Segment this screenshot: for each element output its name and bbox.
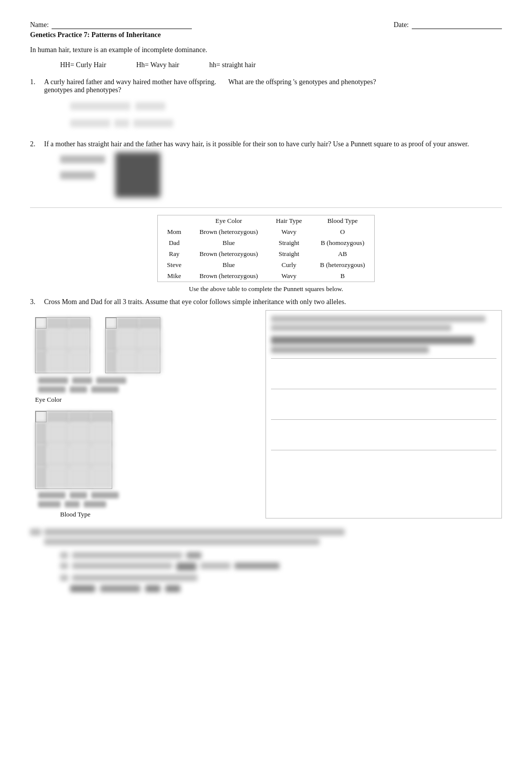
name-underline <box>52 20 192 29</box>
bottom-blurred-section <box>30 529 502 592</box>
row-ray-eye: Brown (heterozygous) <box>190 248 267 259</box>
table-row: Mom Brown (heterozygous) Wavy O <box>158 226 374 237</box>
row-ray-name: Ray <box>158 248 190 259</box>
row-mike-hair: Wavy <box>267 271 311 282</box>
q1-blur-2 <box>135 102 165 110</box>
row-steve-hair: Curly <box>267 259 311 271</box>
q3-content: Eye Color <box>30 310 502 518</box>
q1-blur-5 <box>133 119 173 127</box>
row-dad-name: Dad <box>158 237 190 248</box>
section-divider <box>30 207 502 208</box>
question-3-block: 3. Cross Mom and Dad for all 3 traits. A… <box>30 298 502 518</box>
table-row: Mike Brown (heterozygous) Wavy B <box>158 271 374 282</box>
right-blank-1 <box>271 364 496 384</box>
col-header-blood: Blood Type <box>311 215 374 227</box>
name-label: Name: <box>30 21 49 29</box>
q1-genotypes-label: genotypes and phenotypes? <box>44 86 121 94</box>
table-header-row: Eye Color Hair Type Blood Type <box>158 215 374 227</box>
family-table: Eye Color Hair Type Blood Type Mom Brown… <box>157 215 374 282</box>
name-field: Name: <box>30 20 192 29</box>
hair-type-HH: HH= Curly Hair <box>60 61 106 69</box>
date-label: Date: <box>394 21 409 29</box>
right-divider-3 <box>271 419 496 420</box>
q2-blur-left <box>60 152 105 182</box>
row-steve-blood: B (heterozygous) <box>311 259 374 271</box>
row-steve-name: Steve <box>158 259 190 271</box>
intro-text: In human hair, texture is an example of … <box>30 46 502 54</box>
q3-text: Cross Mom and Dad for all 3 traits. Assu… <box>44 298 502 306</box>
row-mom-blood: O <box>311 226 374 237</box>
table-row: Steve Blue Curly B (heterozygous) <box>158 259 374 271</box>
q2-blurred-area <box>60 152 502 197</box>
question-1-row: 1. A curly haired father and wavy haired… <box>30 78 502 94</box>
q3-number: 3. <box>30 298 44 306</box>
right-blurred-bold <box>271 336 496 353</box>
row-ray-blood: AB <box>311 248 374 259</box>
family-table-wrapper: Eye Color Hair Type Blood Type Mom Brown… <box>30 215 502 293</box>
table-note: Use the above table to complete the Punn… <box>30 285 502 293</box>
header-row: Name: Date: <box>30 20 502 29</box>
hair-types-row: HH= Curly Hair Hh= Wavy hair hh= straigh… <box>60 61 502 69</box>
q1-continuation: What are the offspring 's genotypes and … <box>228 78 376 86</box>
hair-type-Hh: Hh= Wavy hair <box>136 61 179 69</box>
question-2-block: 2. If a mother has straight hair and the… <box>30 140 502 197</box>
date-underline <box>412 20 502 29</box>
row-ray-hair: Straight <box>267 248 311 259</box>
col-header-hair: Hair Type <box>267 215 311 227</box>
q2-number: 2. <box>30 140 44 148</box>
eye-color-label: Eye Color <box>35 396 260 404</box>
row-mike-name: Mike <box>158 271 190 282</box>
q1-blur-1 <box>70 102 130 110</box>
right-blank-2 <box>271 394 496 414</box>
page-title: Genetics Practice 7: Patterns of Inherit… <box>30 31 502 39</box>
eye-color-punnett-area <box>35 315 260 393</box>
q1-blurred-area <box>70 99 502 130</box>
question-2-row: 2. If a mother has straight hair and the… <box>30 140 502 148</box>
col-header-name <box>158 215 190 227</box>
right-divider-2 <box>271 389 496 389</box>
q1-main-text: A curly haired father and wavy haired mo… <box>44 78 216 86</box>
row-mom-hair: Wavy <box>267 226 311 237</box>
q1-blur-4 <box>114 119 129 127</box>
date-field: Date: <box>394 20 502 29</box>
question-3-row: 3. Cross Mom and Dad for all 3 traits. A… <box>30 298 502 306</box>
row-mom-name: Mom <box>158 226 190 237</box>
row-mom-eye: Brown (heterozygous) <box>190 226 267 237</box>
right-blank-4 <box>271 455 496 475</box>
row-dad-hair: Straight <box>267 237 311 248</box>
right-blurred-text-1 <box>271 316 496 331</box>
row-mike-eye: Brown (heterozygous) <box>190 271 267 282</box>
right-divider-1 <box>271 358 496 359</box>
row-dad-blood: B (homozygous) <box>311 237 374 248</box>
q2-main-text: If a mother has straight hair and the fa… <box>44 140 469 148</box>
table-row: Ray Brown (heterozygous) Straight AB <box>158 248 374 259</box>
q2-text: If a mother has straight hair and the fa… <box>44 140 502 148</box>
eye-color-punnett-grid <box>35 317 90 373</box>
blood-type-label: Blood Type <box>60 510 260 518</box>
q1-text: A curly haired father and wavy haired mo… <box>44 78 502 94</box>
q2-blur-text1 <box>60 155 105 163</box>
right-blank-3 <box>271 425 496 445</box>
q1-blur-3 <box>70 119 110 127</box>
q2-blur-text2 <box>60 171 95 179</box>
hair-type-punnett-area <box>105 317 160 373</box>
row-mike-blood: B <box>311 271 374 282</box>
table-row: Dad Blue Straight B (homozygous) <box>158 237 374 248</box>
q1-number: 1. <box>30 78 44 94</box>
row-steve-eye: Blue <box>190 259 267 271</box>
blood-type-punnett-area <box>35 411 260 507</box>
col-header-eye: Eye Color <box>190 215 267 227</box>
question-1-block: 1. A curly haired father and wavy haired… <box>30 78 502 130</box>
q2-blur-square <box>115 152 160 197</box>
right-divider-4 <box>271 450 496 450</box>
q3-left-panel: Eye Color <box>30 310 260 518</box>
q3-right-panel <box>265 310 502 518</box>
hair-type-hh: hh= straight hair <box>209 61 256 69</box>
row-dad-eye: Blue <box>190 237 267 248</box>
